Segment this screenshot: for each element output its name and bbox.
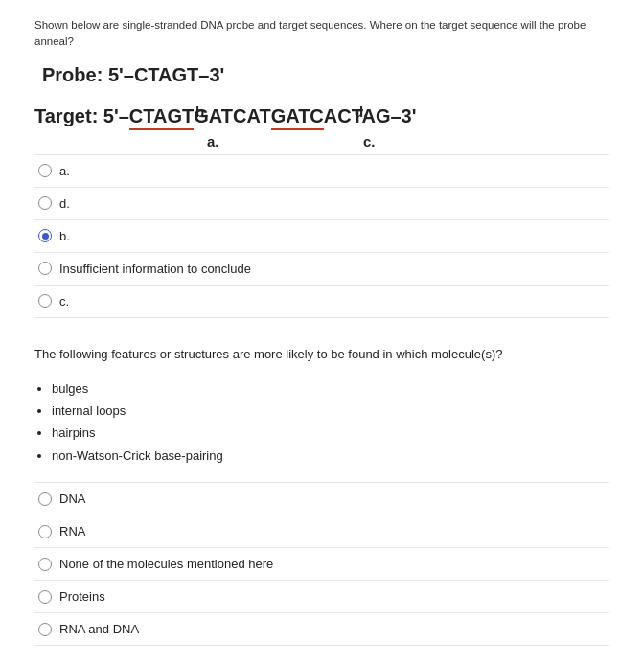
label-a-bottom: a. [207, 133, 219, 149]
option-rna-dna[interactable]: RNA and DNA [34, 613, 610, 646]
target-sequence: CTAGTGATCATGATCACTAG [129, 105, 391, 127]
option-c-label: c. [59, 294, 69, 309]
label-c-bottom: c. [363, 133, 376, 149]
radio-a[interactable] [38, 164, 52, 177]
segment-d: ACTAG [324, 105, 391, 127]
radio-d[interactable] [38, 196, 52, 210]
radio-c[interactable] [38, 294, 52, 308]
target-line: Target: 5'– CTAGTGATCATGATCACTAG –3' [34, 105, 610, 127]
option-proteins[interactable]: Proteins [34, 581, 610, 613]
target-section: b. d. Target: 5'– CTAGTGATCATGATCACTAG –… [34, 103, 610, 133]
question2-text: The following features or structures are… [34, 345, 610, 364]
bullet-internal-loops: internal loops [52, 400, 610, 422]
option-a-label: a. [59, 164, 70, 178]
segment-b: GATCAT [194, 105, 270, 127]
bullet-nwc: non-Watson-Crick base-pairing [52, 445, 610, 467]
radio-rna-dna[interactable] [38, 623, 52, 636]
option-b[interactable]: b. [34, 220, 610, 253]
option-a[interactable]: a. [34, 154, 610, 188]
option-d-label: d. [59, 196, 70, 211]
option-dna[interactable]: DNA [34, 482, 610, 515]
option-none[interactable]: None of the molecules mentioned here [34, 548, 610, 581]
option-none-label: None of the molecules mentioned here [59, 557, 273, 571]
option-rna-dna-label: RNA and DNA [59, 622, 139, 636]
radio-none[interactable] [38, 558, 52, 571]
instructions-text: Shown below are single-stranded DNA prob… [34, 17, 610, 51]
q2-options: DNA RNA None of the molecules mentioned … [34, 482, 610, 646]
option-insuf-label: Insufficient information to conclude [59, 262, 251, 276]
target-suffix: –3' [390, 105, 416, 127]
option-rna-label: RNA [59, 524, 85, 538]
bullet-list: bulges internal loops hairpins non-Watso… [52, 378, 610, 468]
option-proteins-label: Proteins [59, 589, 105, 604]
option-rna[interactable]: RNA [34, 515, 610, 548]
option-b-label: b. [59, 229, 70, 243]
segment-a: CTAGT [129, 105, 194, 127]
target-prefix: Target: 5'– [34, 105, 129, 127]
q1-options: a. d. b. Insufficient information to con… [34, 154, 610, 318]
probe-line: Probe: 5'–CTAGT–3' [42, 64, 610, 86]
radio-rna[interactable] [38, 525, 52, 538]
bullet-bulges: bulges [52, 378, 610, 400]
radio-b[interactable] [38, 229, 52, 242]
radio-dna[interactable] [38, 492, 52, 506]
option-insuf[interactable]: Insufficient information to conclude [34, 253, 610, 286]
segment-c: GATC [271, 105, 324, 127]
radio-proteins[interactable] [38, 590, 52, 604]
option-d[interactable]: d. [34, 188, 610, 220]
radio-insuf[interactable] [38, 262, 52, 275]
bullet-hairpins: hairpins [52, 422, 610, 444]
option-dna-label: DNA [59, 492, 85, 506]
option-c[interactable]: c. [34, 286, 610, 318]
